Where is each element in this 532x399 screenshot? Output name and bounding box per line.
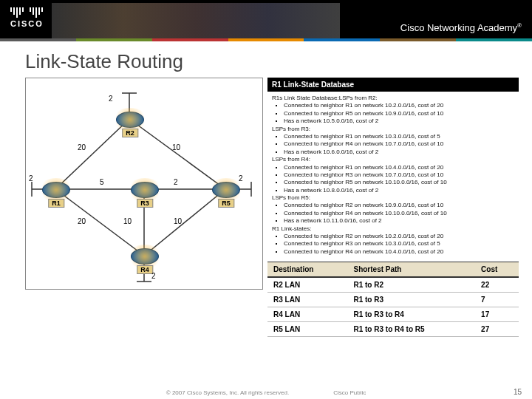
lan-cost-r1: 2 [29,174,33,183]
footer: © 2007 Cisco Systems, Inc. All rights re… [0,389,532,396]
right-panel: R1 Link-State Database R1s Link State Da… [267,78,519,337]
lsp-r4-label: LSPs from R4: [272,156,514,163]
col-destination: Destination [267,262,347,278]
lan-cost-r4: 2 [151,272,156,280]
database-body: R1s Link State Database:LSPs from R2: Co… [267,92,519,259]
cost-r1-r3: 5 [100,178,104,186]
cisco-bars-icon [10,7,44,18]
color-strip [0,38,532,41]
cost-r1-r4: 20 [78,217,86,225]
lsp-r2-list: Connected to neighbor R1 on network 10.2… [284,102,514,125]
router-r2: R2 [116,112,144,128]
header-photo-strip [52,3,340,38]
lan-cost-r5: 2 [239,174,243,183]
lsp-r3-label: LSPs from R3: [272,126,514,133]
page-title: Link-State Routing [0,41,532,78]
db-intro: R1s Link State Database:LSPs from R2: [272,95,514,102]
router-r3: R3 [131,182,159,198]
cisco-logo: CISCO [10,7,44,28]
col-shortest-path: Shortest Path [347,262,475,278]
router-r1: R1 [42,182,70,198]
lsp-r1-label: R1 Link-states: [272,225,514,233]
destination-table: Destination Shortest Path Cost R2 LANR1 … [267,262,519,337]
database-header: R1 Link-State Database [267,78,519,92]
router-r5: R5 [212,182,240,198]
classification: Cisco Public [333,389,366,396]
svg-line-6 [144,189,225,256]
academy-text: Cisco Networking Academy® [400,22,522,33]
cost-r3-r4: 10 [123,217,132,225]
cost-r1-r2: 20 [78,143,86,151]
cost-r2-r5: 10 [172,143,180,151]
router-r4: R4 [131,248,159,265]
table-row: R4 LANR1 to R3 to R417 [267,307,519,322]
svg-line-0 [55,119,129,189]
cost-r4-r5: 10 [174,217,182,225]
lsp-r5-label: LSPs from R5: [272,194,514,202]
table-row: R3 LANR1 to R37 [267,293,519,307]
lsp-r1-list: Connected to neighbor R2 on network 10.2… [284,233,514,256]
lsp-r4-list: Connected to neighbor R1 on network 10.4… [284,164,514,195]
copyright: © 2007 Cisco Systems, Inc. All rights re… [166,389,289,396]
cost-r3-r5: 2 [174,178,178,186]
lan-cost-r2: 2 [109,95,113,103]
table-row: R5 LANR1 to R3 to R4 to R527 [267,322,519,337]
table-row: R2 LANR1 to R222 [267,277,519,293]
page-number: 15 [514,388,522,396]
header: CISCO Cisco Networking Academy® [0,0,532,41]
content: R1 R2 R3 R4 R5 2 2 2 2 20 10 5 2 20 10 1… [0,78,532,337]
lsp-r3-list: Connected to neighbor R1 on network 10.3… [284,133,514,156]
brand-text: CISCO [10,19,44,28]
col-cost: Cost [475,262,519,278]
lsp-r5-list: Connected to neighbor R2 on network 10.9… [284,202,514,225]
topology-diagram: R1 R2 R3 R4 R5 2 2 2 2 20 10 5 2 20 10 1… [25,78,263,290]
